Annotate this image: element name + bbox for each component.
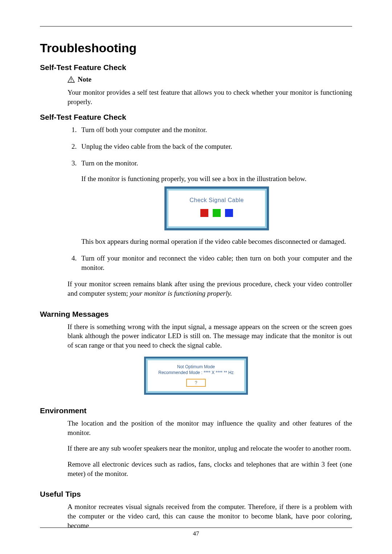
swatch-green: [213, 209, 221, 217]
not-optimum-box: Not Optimum Mode Recommended Mode : ****…: [144, 357, 248, 395]
section-heading-selftest-2: Self-Test Feature Check: [40, 113, 352, 122]
section-heading-warning: Warning Messages: [40, 310, 352, 319]
not-optimum-help-button: ?: [186, 379, 206, 387]
section-heading-selftest-1: Self-Test Feature Check: [40, 63, 352, 72]
illustration-wrap: Check Signal Cable: [81, 186, 352, 231]
section-heading-tips: Useful Tips: [40, 490, 352, 498]
paragraph: Remove all electronic devices such as ra…: [40, 460, 352, 478]
step-item: Turn off both your computer and the moni…: [78, 125, 352, 135]
step-item: Turn on the monitor. If the monitor is f…: [78, 159, 352, 247]
page-title: Troubleshooting: [40, 41, 352, 55]
swatch-red: [200, 209, 208, 217]
not-optimum-line1: Not Optimum Mode: [151, 364, 241, 370]
steps-list: Turn off both your computer and the moni…: [40, 125, 352, 272]
step-text: Turn off both your computer and the moni…: [81, 126, 207, 134]
step-text: Turn on the monitor.: [81, 159, 138, 167]
page-number: 47: [40, 530, 352, 537]
note-label: Note: [78, 75, 91, 83]
check-signal-label: Check Signal Cable: [172, 196, 261, 204]
footer-rule: [40, 528, 352, 528]
step-item: Unplug the video cable from the back of …: [78, 142, 352, 151]
warning-triangle-icon: [68, 76, 75, 83]
step-item: Turn off your monitor and reconnect the …: [78, 254, 352, 272]
check-signal-box-inner: Check Signal Cable: [167, 189, 267, 229]
paragraph: The location and the position of the mon…: [40, 419, 352, 437]
rgb-swatches: [172, 209, 261, 217]
step-subtext: If the monitor is functioning properly, …: [81, 174, 352, 184]
footer: 47: [40, 528, 352, 537]
not-optimum-line2: Recommended Mode : **** X **** ** Hz: [151, 370, 241, 376]
svg-point-1: [71, 81, 72, 82]
page: Troubleshooting Self-Test Feature Check …: [0, 0, 392, 530]
paragraph: If there is something wrong with the inp…: [40, 322, 352, 350]
paragraph: If there are any sub woofer speakers nea…: [40, 444, 352, 453]
step-text: Unplug the video cable from the back of …: [81, 143, 232, 150]
check-signal-box: Check Signal Cable: [164, 186, 269, 231]
closing-italic: your monitor is functioning properly.: [130, 290, 232, 297]
section-heading-environment: Environment: [40, 406, 352, 415]
top-rule: [40, 26, 352, 26]
illustration-wrap: Not Optimum Mode Recommended Mode : ****…: [40, 357, 352, 395]
paragraph: Your monitor provides a self test featur…: [40, 88, 352, 106]
not-optimum-box-inner: Not Optimum Mode Recommended Mode : ****…: [146, 358, 246, 393]
paragraph: If your monitor screen remains blank aft…: [40, 279, 352, 298]
step-text: Turn off your monitor and reconnect the …: [81, 254, 352, 271]
swatch-blue: [225, 209, 233, 217]
note-row: Note: [68, 75, 352, 83]
paragraph: A monitor recreates visual signals recei…: [40, 502, 352, 530]
step-subtext: This box appears during normal operation…: [81, 237, 352, 246]
